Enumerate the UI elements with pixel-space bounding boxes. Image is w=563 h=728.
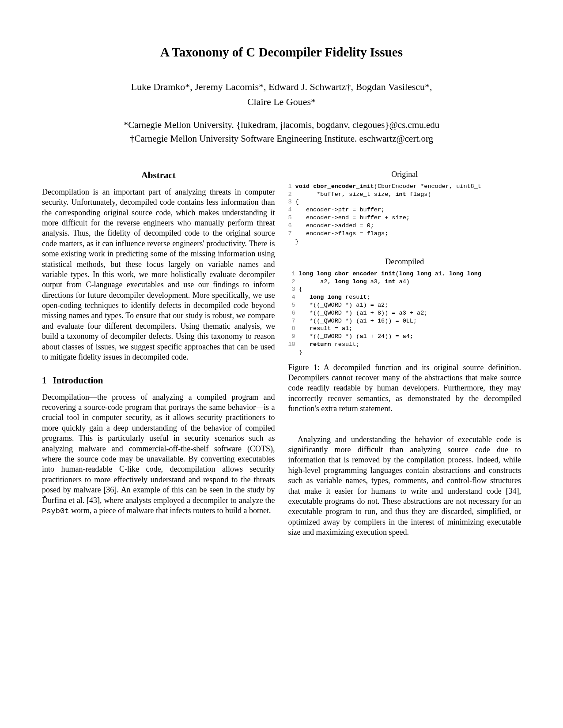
section-heading-intro: 1Introduction bbox=[42, 375, 275, 387]
right-column: Original 1 2 3 4 5 6 7 void cbor_encoder… bbox=[288, 169, 521, 537]
intro-paragraph-1: Decompilation—the process of analyzing a… bbox=[42, 392, 275, 517]
affiliation-line-2: †Carnegie Mellon University Software Eng… bbox=[42, 133, 521, 145]
code-listing-decompiled: 1 2 3 4 5 6 7 8 9 10 long long cbor_enco… bbox=[288, 270, 521, 356]
spacer bbox=[288, 414, 521, 435]
section-number: 1 bbox=[42, 375, 47, 387]
code-linenumbers-original: 1 2 3 4 5 6 7 bbox=[288, 183, 295, 246]
intro-p1-part-a: Decompilation—the process of analyzing a… bbox=[42, 393, 275, 505]
abstract-heading: Abstract bbox=[42, 169, 275, 181]
right-paragraph-2: Analyzing and understanding the behavior… bbox=[288, 435, 521, 538]
author-line-1: Luke Dramko*, Jeremy Lacomis*, Edward J.… bbox=[42, 81, 521, 94]
code-body-decompiled: long long cbor_encoder_init(long long a1… bbox=[299, 270, 481, 356]
figure-1-caption: Figure 1: A decompiled function and its … bbox=[288, 363, 521, 414]
listing-label-decompiled: Decompiled bbox=[288, 257, 521, 267]
paper-title: A Taxonomy of C Decompiler Fidelity Issu… bbox=[42, 44, 521, 61]
abstract-text: Decompilation is an important part of an… bbox=[42, 187, 275, 363]
spacer bbox=[288, 247, 521, 257]
inline-code-psyb0t: Psyb0t bbox=[42, 507, 69, 515]
left-column: Abstract Decompilation is an important p… bbox=[42, 169, 275, 537]
section-title: Introduction bbox=[53, 375, 103, 386]
listing-label-original: Original bbox=[288, 169, 521, 180]
code-listing-original: 1 2 3 4 5 6 7 void cbor_encoder_init(Cbo… bbox=[288, 183, 521, 246]
code-body-original: void cbor_encoder_init(CborEncoder *enco… bbox=[295, 183, 481, 246]
author-line-2: Claire Le Goues* bbox=[42, 96, 521, 109]
code-linenumbers-decompiled: 1 2 3 4 5 6 7 8 9 10 bbox=[288, 270, 299, 356]
affiliation-line-1: *Carnegie Mellon University. {lukedram, … bbox=[42, 119, 521, 131]
intro-p1-part-b: worm, a piece of malware that infects ro… bbox=[69, 506, 271, 515]
two-column-layout: Abstract Decompilation is an important p… bbox=[42, 169, 521, 537]
